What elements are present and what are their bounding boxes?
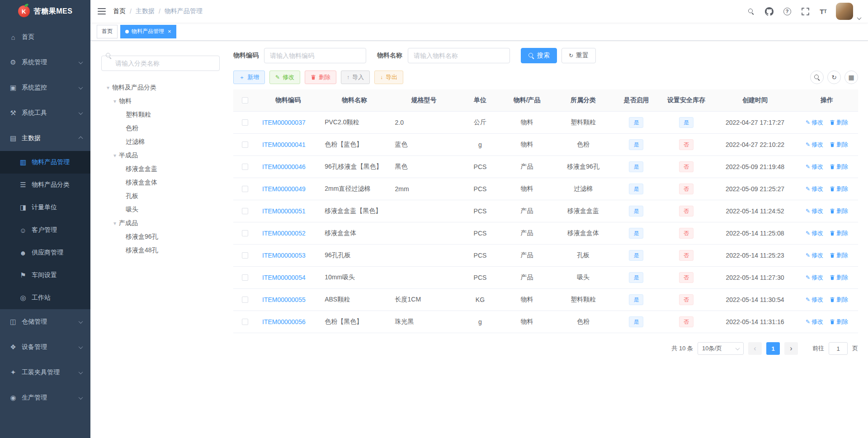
tree-node[interactable]: 移液盒盒体 — [101, 176, 220, 189]
search-button[interactable]: 搜索 — [521, 48, 557, 63]
search-icon[interactable] — [745, 6, 756, 17]
material-code-link[interactable]: ITEM00000054 — [262, 274, 306, 281]
sidebar-item-equipment-manage[interactable]: ❖ 设备管理 — [0, 334, 90, 360]
page-size-select[interactable]: 10条/页 — [698, 342, 744, 355]
avatar-caret-icon[interactable] — [857, 15, 862, 20]
material-code-link[interactable]: ITEM00000051 — [262, 207, 306, 215]
row-delete-button[interactable]: 删除 — [830, 141, 848, 149]
add-button[interactable]: ＋ 新增 — [233, 71, 265, 84]
material-code-link[interactable]: ITEM00000037 — [262, 119, 306, 126]
row-edit-button[interactable]: ✎修改 — [806, 118, 823, 127]
tree-node[interactable]: ▾产成品 — [101, 217, 220, 230]
refresh-table-button[interactable]: ↻ — [827, 71, 841, 84]
delete-button[interactable]: 删除 — [305, 71, 336, 84]
tree-expand-icon[interactable]: ▾ — [111, 98, 119, 104]
sidebar-item-system-manage[interactable]: ⚙ 系统管理 — [0, 50, 90, 75]
sidebar-item-tooling-fixture-manage[interactable]: ✦ 工装夹具管理 — [0, 360, 90, 385]
row-delete-button[interactable]: 删除 — [830, 296, 848, 304]
sidebar-item-workstation[interactable]: ◎ 工作站 — [0, 287, 90, 309]
tree-expand-icon[interactable]: ▾ — [104, 85, 112, 91]
row-checkbox[interactable] — [242, 252, 248, 259]
avatar[interactable] — [836, 3, 853, 20]
sidebar-item-warehouse-manage[interactable]: ◫ 仓储管理 — [0, 309, 90, 334]
row-edit-button[interactable]: ✎修改 — [806, 207, 823, 215]
tree-node[interactable]: ▾半成品 — [101, 149, 220, 162]
row-checkbox[interactable] — [242, 208, 248, 214]
tab-material-product-manage[interactable]: 物料产品管理× — [120, 25, 176, 38]
import-button[interactable]: ↑ 导入 — [341, 71, 370, 84]
reset-button[interactable]: ↻ 重置 — [561, 48, 596, 63]
page-number-button[interactable]: 1 — [766, 342, 780, 355]
row-edit-button[interactable]: ✎修改 — [806, 141, 823, 149]
category-search-input[interactable] — [101, 56, 220, 71]
goto-page-input[interactable] — [829, 342, 848, 355]
sidebar-item-measure-unit[interactable]: ◨ 计量单位 — [0, 196, 90, 219]
tree-node[interactable]: 过滤棉 — [101, 135, 220, 149]
row-checkbox[interactable] — [242, 119, 248, 126]
sidebar-item-master-data[interactable]: ▤ 主数据 — [0, 126, 90, 151]
row-delete-button[interactable]: 删除 — [830, 229, 848, 237]
row-delete-button[interactable]: 删除 — [830, 207, 848, 215]
prev-page-button[interactable]: ‹ — [748, 342, 762, 355]
sidebar-item-home[interactable]: ⌂ 首页 — [0, 24, 90, 50]
tree-node[interactable]: 孔板 — [101, 189, 220, 203]
row-edit-button[interactable]: ✎修改 — [806, 185, 823, 193]
sidebar-item-production-manage[interactable]: ◉ 生产管理 — [0, 385, 90, 410]
row-delete-button[interactable]: 删除 — [830, 185, 848, 193]
tab-home[interactable]: 首页 — [97, 25, 118, 38]
breadcrumb-item[interactable]: 首页 — [113, 7, 126, 15]
tree-node[interactable]: 移液盒96孔 — [101, 230, 220, 244]
tree-expand-icon[interactable]: ▾ — [111, 220, 119, 226]
show-search-toggle-button[interactable] — [810, 71, 824, 84]
material-code-link[interactable]: ITEM00000046 — [262, 163, 306, 170]
row-checkbox[interactable] — [242, 319, 248, 325]
fullscreen-icon[interactable] — [800, 6, 811, 17]
tree-node[interactable]: 移液盒盒盖 — [101, 162, 220, 176]
row-checkbox[interactable] — [242, 297, 248, 303]
row-edit-button[interactable]: ✎修改 — [806, 163, 823, 171]
app-logo[interactable]: K 苦糖果MES — [0, 0, 90, 23]
row-checkbox[interactable] — [242, 164, 248, 170]
sidebar-item-system-monitor[interactable]: ▣ 系统监控 — [0, 75, 90, 100]
sidebar-item-customer-manage[interactable]: ☺ 客户管理 — [0, 219, 90, 241]
close-tab-icon[interactable]: × — [168, 28, 171, 34]
row-edit-button[interactable]: ✎修改 — [806, 273, 823, 282]
material-code-link[interactable]: ITEM00000056 — [262, 318, 306, 325]
tree-node[interactable]: 吸头 — [101, 203, 220, 217]
row-edit-button[interactable]: ✎修改 — [806, 229, 823, 237]
row-delete-button[interactable]: 删除 — [830, 163, 848, 171]
tree-node[interactable]: 色粉 — [101, 122, 220, 135]
material-code-link[interactable]: ITEM00000041 — [262, 141, 306, 148]
font-size-icon[interactable]: TT — [818, 6, 829, 17]
tree-node[interactable]: 移液盒48孔 — [101, 244, 220, 257]
material-code-link[interactable]: ITEM00000052 — [262, 230, 306, 237]
github-icon[interactable] — [764, 6, 774, 17]
row-checkbox[interactable] — [242, 274, 248, 281]
row-delete-button[interactable]: 删除 — [830, 118, 848, 127]
sidebar-item-workshop-setting[interactable]: ⚑ 车间设置 — [0, 264, 90, 287]
help-icon[interactable]: ? — [782, 6, 793, 17]
row-checkbox[interactable] — [242, 186, 248, 192]
material-code-link[interactable]: ITEM00000055 — [262, 296, 306, 303]
row-delete-button[interactable]: 删除 — [830, 318, 848, 326]
name-filter-input[interactable] — [408, 48, 510, 63]
material-code-link[interactable]: ITEM00000053 — [262, 252, 306, 259]
row-edit-button[interactable]: ✎修改 — [806, 251, 823, 259]
sidebar-item-system-tools[interactable]: ⚒ 系统工具 — [0, 100, 90, 126]
sidebar-item-material-product-manage[interactable]: ▥ 物料产品管理 — [0, 151, 90, 174]
column-settings-button[interactable]: ▦ — [844, 71, 858, 84]
tree-node[interactable]: ▾物料 — [101, 94, 220, 108]
hamburger-icon[interactable] — [98, 8, 106, 15]
row-edit-button[interactable]: ✎修改 — [806, 318, 823, 326]
export-button[interactable]: ↓ 导出 — [374, 71, 403, 84]
tree-node[interactable]: 塑料颗粒 — [101, 108, 220, 122]
row-delete-button[interactable]: 删除 — [830, 251, 848, 259]
tree-node[interactable]: ▾物料及产品分类 — [101, 81, 220, 94]
row-delete-button[interactable]: 删除 — [830, 273, 848, 282]
select-all-checkbox[interactable] — [242, 97, 248, 104]
edit-button[interactable]: ✎ 修改 — [269, 71, 300, 84]
next-page-button[interactable]: › — [784, 342, 798, 355]
code-filter-input[interactable] — [264, 48, 366, 63]
row-edit-button[interactable]: ✎修改 — [806, 296, 823, 304]
row-checkbox[interactable] — [242, 230, 248, 236]
